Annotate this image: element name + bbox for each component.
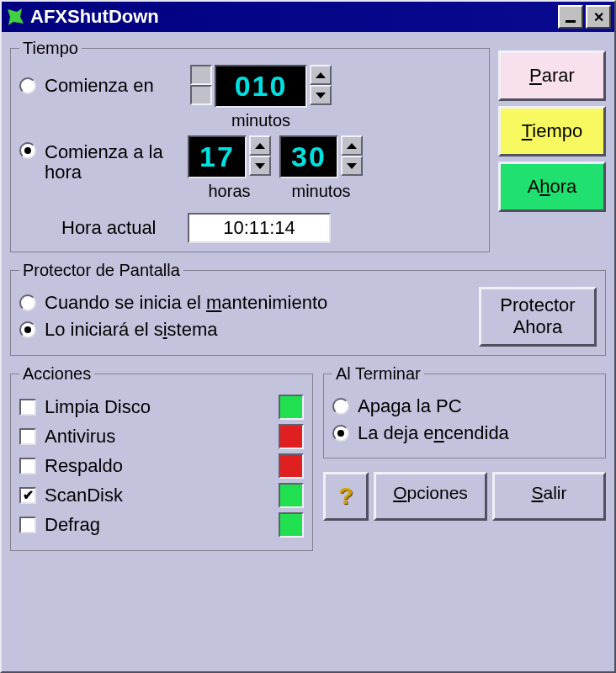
spin-up-icon[interactable]	[341, 135, 363, 156]
label-hora-actual: Hora actual	[61, 217, 157, 238]
comienza-en-value: 010	[215, 65, 307, 108]
accion-label: Respaldo	[45, 455, 123, 477]
radio-protector-sistema[interactable]	[19, 321, 36, 338]
radio-comienza-hora[interactable]	[19, 142, 36, 159]
spinner-comienza-en[interactable]	[310, 65, 332, 105]
accion-row: Limpia Disco	[19, 395, 304, 420]
accion-label: Defrag	[45, 514, 100, 536]
radio-comienza-en[interactable]	[19, 77, 36, 94]
spinner-left-deco	[190, 65, 212, 105]
protector-ahora-button[interactable]: Protector Ahora	[479, 287, 597, 347]
status-indicator	[279, 483, 304, 508]
help-icon: ?	[338, 483, 353, 509]
accion-row: Defrag	[19, 512, 304, 538]
label-minutos-2: minutos	[291, 182, 350, 201]
titlebar: AFXShutDown ✕	[2, 2, 614, 32]
ahora-button[interactable]: Ahora	[498, 162, 606, 212]
checkbox-respaldo[interactable]	[19, 458, 36, 474]
accion-label: Antivirus	[45, 426, 115, 448]
hora-actual-value: 10:11:14	[188, 213, 331, 243]
tiempo-legend: Tiempo	[19, 39, 82, 58]
spin-up-icon[interactable]	[249, 135, 271, 156]
accion-row: ScanDisk	[19, 483, 304, 508]
accion-label: Limpia Disco	[45, 396, 151, 418]
label-protector-opt1: Cuando se inicia el mantenimiento	[45, 292, 327, 314]
checkbox-antivirus[interactable]	[19, 428, 36, 445]
checkbox-scandisk[interactable]	[19, 487, 36, 504]
checkbox-defrag[interactable]	[19, 517, 36, 533]
side-buttons: Parar Tiempo Ahora	[498, 39, 606, 261]
radio-protector-mantenimiento[interactable]	[19, 294, 36, 311]
spin-down-icon[interactable]	[310, 85, 332, 105]
label-comienza-en: Comienza en	[45, 75, 154, 97]
accion-row: Respaldo	[19, 453, 304, 479]
opciones-button[interactable]: Opciones	[374, 472, 487, 521]
acciones-group: Acciones Limpia DiscoAntivirusRespaldoSc…	[10, 364, 313, 551]
status-indicator	[279, 453, 304, 479]
label-horas: horas	[208, 182, 250, 201]
status-indicator	[279, 424, 304, 449]
accion-row: Antivirus	[19, 424, 304, 449]
label-comienza-hora: Comienza a la hora	[45, 142, 188, 183]
spinner-horas[interactable]	[249, 135, 271, 178]
parar-button[interactable]: Parar	[498, 50, 606, 101]
radio-deja-encendida[interactable]	[332, 425, 349, 442]
label-minutos-1: minutos	[215, 111, 307, 130]
acciones-legend: Acciones	[19, 364, 94, 384]
spinner-minutos[interactable]	[341, 135, 363, 178]
tiempo-group: Tiempo Comienza en 010 minutos	[10, 39, 490, 252]
minutos-value: 30	[279, 135, 338, 178]
checkbox-limpia-disco[interactable]	[19, 399, 36, 416]
spin-down-icon[interactable]	[341, 156, 363, 176]
salir-button[interactable]: Salir	[492, 472, 606, 521]
status-indicator	[279, 512, 304, 538]
spin-down-icon[interactable]	[249, 156, 271, 176]
terminar-legend: Al Terminar	[332, 364, 424, 384]
window-title: AFXShutDown	[30, 6, 555, 28]
label-protector-opt2: Lo iniciará el sistema	[45, 319, 217, 341]
app-window: AFXShutDown ✕ Tiempo Comienza en	[0, 0, 616, 673]
protector-group: Protector de Pantalla Cuando se inicia e…	[10, 261, 606, 356]
horas-value: 17	[188, 135, 247, 178]
help-button[interactable]: ?	[323, 472, 369, 521]
tiempo-button[interactable]: Tiempo	[498, 106, 606, 156]
app-icon	[5, 7, 25, 27]
spin-up-icon[interactable]	[310, 65, 332, 85]
close-button[interactable]: ✕	[586, 5, 611, 29]
label-terminar-opt2: La deja encendida	[358, 422, 509, 444]
label-terminar-opt1: Apaga la PC	[358, 395, 462, 417]
terminar-group: Al Terminar Apaga la PC La deja encendid…	[323, 364, 606, 458]
status-indicator	[279, 395, 304, 420]
minimize-button[interactable]	[558, 5, 583, 29]
radio-apaga-pc[interactable]	[332, 398, 349, 415]
accion-label: ScanDisk	[45, 485, 123, 506]
protector-legend: Protector de Pantalla	[19, 261, 183, 280]
